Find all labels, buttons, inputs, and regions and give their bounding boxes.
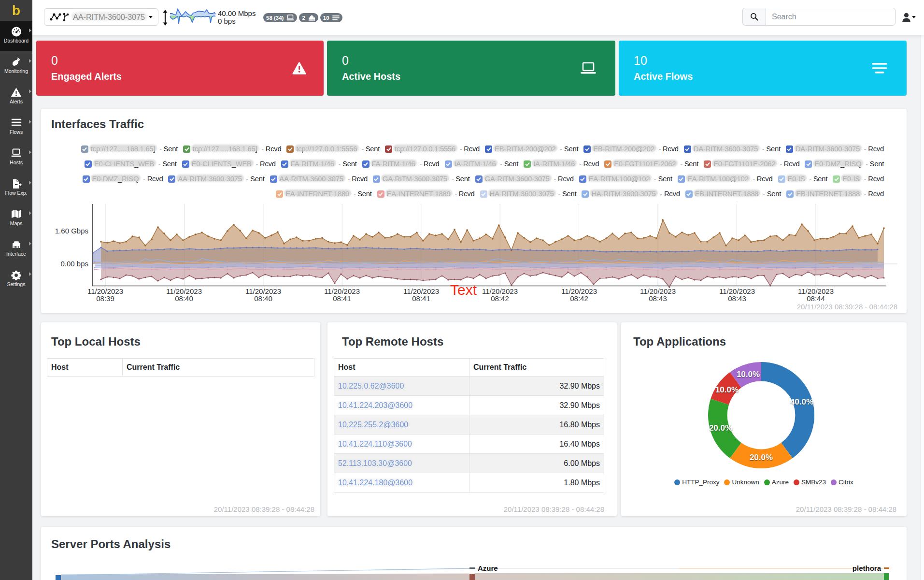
svg-text:08:41: 08:41 [333, 294, 351, 303]
svg-text:1.60 Gbps: 1.60 Gbps [55, 227, 88, 235]
svg-text:08:43: 08:43 [649, 294, 667, 303]
svg-text:08:43: 08:43 [728, 294, 746, 303]
svg-text:08:44: 08:44 [807, 294, 825, 303]
svg-text:08:39: 08:39 [96, 294, 114, 303]
svg-text:0.00 bps: 0.00 bps [60, 260, 88, 268]
svg-text:08:40: 08:40 [175, 294, 193, 303]
svg-text:08:42: 08:42 [570, 294, 588, 303]
svg-text:08:42: 08:42 [491, 294, 509, 303]
svg-text:plethora: plethora [853, 564, 881, 572]
svg-text:08:41: 08:41 [412, 294, 430, 303]
svg-text:08:40: 08:40 [254, 294, 272, 303]
svg-text:Azure: Azure [478, 564, 498, 572]
